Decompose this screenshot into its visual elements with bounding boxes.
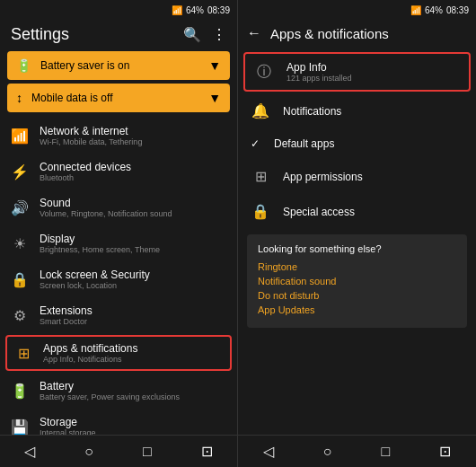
left-nav-recent-icon[interactable]: □ <box>143 444 152 460</box>
right-nav-bar: ◁ ○ □ ⊡ <box>238 435 476 467</box>
notifications-text: Notifications <box>283 105 341 118</box>
battery-title: Battery <box>40 380 180 392</box>
sound-icon: 🔊 <box>11 199 29 216</box>
extensions-text: Extensions Smart Doctor <box>40 304 93 326</box>
wifi-icon: 📶 <box>11 128 29 145</box>
mobile-data-left: ↕ Mobile data is off <box>16 91 113 105</box>
right-nav-home-icon[interactable]: ○ <box>323 444 332 460</box>
default-apps-title: Default apps <box>274 137 334 150</box>
app-info-subtitle: 121 apps installed <box>286 74 352 83</box>
app-info-text: App Info 121 apps installed <box>286 61 352 83</box>
right-header: ← Apps & notifications <box>238 20 476 47</box>
default-apps-chevron-icon: ✓ <box>251 137 260 150</box>
extensions-icon: ⚙ <box>11 307 29 324</box>
suggestion-link-notification-sound[interactable]: Notification sound <box>258 276 456 286</box>
network-title: Network & internet <box>40 125 142 137</box>
battery-text: Battery Battery saver, Power saving excl… <box>40 380 180 401</box>
left-nav-bar: ◁ ○ □ ⊡ <box>0 435 237 467</box>
right-item-app-info[interactable]: ⓘ App Info 121 apps installed <box>243 52 471 92</box>
apps-subtitle: App Info, Notifications <box>43 355 137 364</box>
suggestion-link-ringtone[interactable]: Ringtone <box>258 261 456 272</box>
apps-text: Apps & notifications App Info, Notificat… <box>43 342 137 364</box>
right-item-notifications[interactable]: 🔔 Notifications <box>238 93 476 128</box>
right-item-permissions[interactable]: ⊞ App permissions <box>238 159 476 194</box>
left-nav-camera-icon[interactable]: ⊡ <box>201 443 213 460</box>
apps-icon: ⊞ <box>14 345 32 362</box>
default-apps-text: Default apps <box>274 137 334 150</box>
storage-title: Storage <box>40 416 96 428</box>
left-status-bar: 📶 64% 08:39 <box>0 0 237 20</box>
left-header: Settings 🔍 ⋮ <box>0 20 237 49</box>
sidebar-item-sound[interactable]: 🔊 Sound Volume, Ringtone, Notification s… <box>0 189 237 225</box>
storage-subtitle: Internal storage <box>40 428 96 435</box>
search-button[interactable]: 🔍 <box>183 26 201 43</box>
right-nav-camera-icon[interactable]: ⊡ <box>439 443 451 460</box>
special-text: Special access <box>283 206 355 218</box>
sidebar-item-extensions[interactable]: ⚙ Extensions Smart Doctor <box>0 297 237 333</box>
battery-saver-label: Battery saver is on <box>40 59 129 72</box>
permissions-text: App permissions <box>283 171 363 183</box>
sidebar-item-apps[interactable]: ⊞ Apps & notifications App Info, Notific… <box>5 335 232 371</box>
mobile-data-chevron-icon: ▼ <box>208 91 221 105</box>
left-nav-back-icon[interactable]: ◁ <box>24 443 35 460</box>
right-battery-text: 64% <box>425 5 443 15</box>
apps-title: Apps & notifications <box>43 342 137 355</box>
right-status-bar: 📶 64% 08:39 <box>238 0 476 20</box>
right-header-title: Apps & notifications <box>270 26 389 41</box>
suggestion-title: Looking for something else? <box>258 243 456 254</box>
left-time-text: 08:39 <box>207 5 230 15</box>
right-panel: 📶 64% 08:39 ← Apps & notifications ⓘ App… <box>238 0 476 467</box>
battery-saver-icon: 🔋 <box>16 58 31 73</box>
battery-saver-item[interactable]: 🔋 Battery saver is on ▼ <box>7 51 230 80</box>
bluetooth-icon: ⚡ <box>11 163 29 181</box>
suggestion-box: Looking for something else? Ringtone Not… <box>247 234 467 328</box>
sidebar-item-lock[interactable]: 🔒 Lock screen & Security Screen lock, Lo… <box>0 261 237 297</box>
suggestion-link-app-updates[interactable]: App Updates <box>258 304 456 315</box>
settings-list: 📶 Network & internet Wi-Fi, Mobile data,… <box>0 114 237 435</box>
lock-subtitle: Screen lock, Location <box>40 281 150 290</box>
extensions-title: Extensions <box>40 304 93 317</box>
left-signal-icon: 📶 <box>172 5 182 15</box>
display-text: Display Brightness, Home screen, Theme <box>40 233 160 254</box>
display-subtitle: Brightness, Home screen, Theme <box>40 245 160 254</box>
right-time-text: 08:39 <box>446 5 469 15</box>
right-item-special[interactable]: 🔒 Special access <box>238 194 476 229</box>
settings-title: Settings <box>11 25 69 44</box>
back-button[interactable]: ← <box>247 25 261 41</box>
mobile-data-item[interactable]: ↕ Mobile data is off ▼ <box>7 84 230 112</box>
sidebar-item-network[interactable]: 📶 Network & internet Wi-Fi, Mobile data,… <box>0 118 237 154</box>
special-icon: 🔒 <box>251 203 270 220</box>
left-panel: 📶 64% 08:39 Settings 🔍 ⋮ 🔋 Battery saver… <box>0 0 238 467</box>
battery-menu-icon: 🔋 <box>11 383 29 400</box>
battery-saver-left: 🔋 Battery saver is on <box>16 58 129 73</box>
app-info-title: App Info <box>286 61 352 74</box>
sidebar-item-storage[interactable]: 💾 Storage Internal storage <box>0 409 237 435</box>
connected-text: Connected devices Bluetooth <box>40 161 131 182</box>
storage-icon: 💾 <box>11 419 29 436</box>
right-nav-back-icon[interactable]: ◁ <box>263 443 274 460</box>
sidebar-item-connected[interactable]: ⚡ Connected devices Bluetooth <box>0 154 237 189</box>
right-item-default-apps[interactable]: ✓ Default apps <box>238 128 476 159</box>
suggestion-link-dnd[interactable]: Do not disturb <box>258 290 456 301</box>
more-options-button[interactable]: ⋮ <box>212 26 226 43</box>
left-battery-text: 64% <box>186 5 204 15</box>
sidebar-item-battery[interactable]: 🔋 Battery Battery saver, Power saving ex… <box>0 373 237 409</box>
extensions-subtitle: Smart Doctor <box>40 317 93 326</box>
notifications-title: Notifications <box>283 105 341 118</box>
right-signal-icon: 📶 <box>410 5 421 15</box>
sound-subtitle: Volume, Ringtone, Notification sound <box>40 209 172 218</box>
header-actions: 🔍 ⋮ <box>183 26 226 43</box>
display-icon: ☀ <box>11 235 29 252</box>
permissions-icon: ⊞ <box>251 168 270 185</box>
lock-text: Lock screen & Security Screen lock, Loca… <box>40 269 150 290</box>
sound-text: Sound Volume, Ringtone, Notification sou… <box>40 197 172 218</box>
left-nav-home-icon[interactable]: ○ <box>84 444 93 460</box>
display-title: Display <box>40 233 160 245</box>
right-nav-recent-icon[interactable]: □ <box>382 444 391 460</box>
notifications-icon: 🔔 <box>251 102 270 119</box>
sidebar-item-display[interactable]: ☀ Display Brightness, Home screen, Theme <box>0 225 237 261</box>
storage-text: Storage Internal storage <box>40 416 96 435</box>
right-list: ⓘ App Info 121 apps installed 🔔 Notifica… <box>238 47 476 435</box>
mobile-data-label: Mobile data is off <box>31 92 113 104</box>
connected-subtitle: Bluetooth <box>40 173 131 182</box>
